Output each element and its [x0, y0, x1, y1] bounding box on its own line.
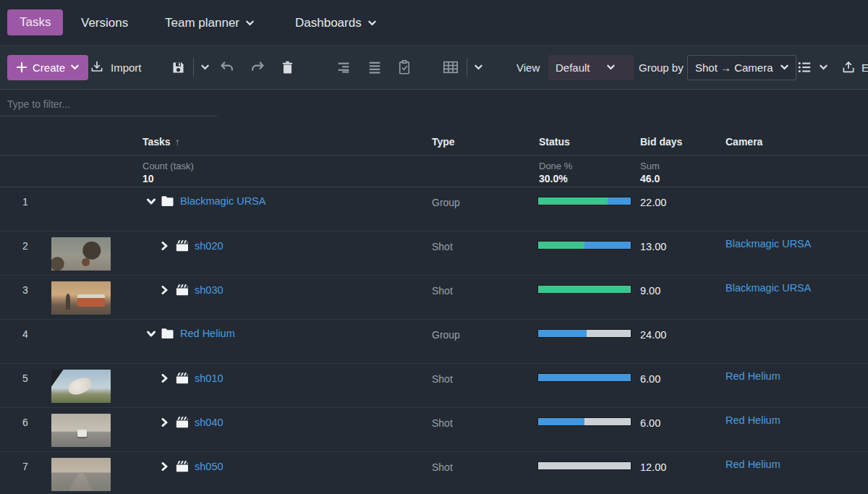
- grid-view-icon[interactable]: [442, 59, 459, 75]
- camera-link[interactable]: Blackmagic URSA: [726, 238, 811, 250]
- camera-link[interactable]: Blackmagic URSA: [726, 282, 811, 294]
- column-header-status[interactable]: Status: [539, 136, 570, 148]
- caret-right-icon[interactable]: [161, 374, 170, 383]
- task-cell: Blackmagic URSA: [142, 195, 265, 207]
- nav-item-versions[interactable]: Versions: [81, 16, 128, 30]
- chevron-down-icon: [246, 20, 254, 26]
- chevron-down-icon[interactable]: [820, 64, 827, 70]
- summary-done-value: 30.0%: [539, 173, 568, 184]
- nav-item-team-planner[interactable]: Team planner: [165, 16, 254, 30]
- table-body: 1 Blackmagic URSA Group 22.00 2 sh020 Sh…: [0, 187, 868, 494]
- bid-days-cell: 24.00: [640, 329, 666, 341]
- group-by-label: Group by: [639, 61, 684, 74]
- sort-ascending-icon: ↑: [175, 136, 180, 148]
- task-cell: sh040: [142, 416, 224, 428]
- column-header-tasks[interactable]: Tasks↑: [142, 136, 180, 148]
- task-cell: sh030: [142, 284, 224, 296]
- column-header-bid-days[interactable]: Bid days: [640, 136, 682, 148]
- divider: [0, 155, 868, 156]
- divider: [193, 58, 194, 77]
- save-icon[interactable]: [171, 60, 186, 75]
- column-header-camera[interactable]: Camera: [726, 136, 762, 148]
- collapse-rows-icon[interactable]: [336, 60, 352, 74]
- export-button[interactable]: Export: [841, 46, 868, 89]
- nav-item-dashboards[interactable]: Dashboards: [295, 16, 376, 30]
- bid-days-cell: 12.00: [640, 461, 666, 473]
- chevron-down-icon: [368, 20, 376, 26]
- chevron-down-icon: [780, 64, 788, 70]
- row-number: 2: [0, 240, 51, 252]
- caret-right-icon[interactable]: [161, 462, 170, 471]
- create-button[interactable]: Create: [7, 55, 88, 80]
- caret-right-icon[interactable]: [161, 242, 170, 250]
- import-icon: [90, 60, 104, 74]
- task-cell: sh050: [142, 460, 224, 472]
- camera-link[interactable]: Red Helium: [726, 414, 780, 426]
- bid-days-cell: 22.00: [640, 197, 666, 208]
- status-bar[interactable]: [538, 286, 631, 293]
- task-link[interactable]: sh030: [195, 284, 224, 296]
- list-options-icon[interactable]: [796, 60, 813, 74]
- create-button-label: Create: [33, 61, 65, 74]
- task-link[interactable]: sh040: [195, 417, 224, 428]
- plus-icon: [17, 62, 27, 72]
- camera-link[interactable]: Red Helium: [726, 370, 780, 382]
- status-bar[interactable]: [538, 330, 631, 337]
- task-link[interactable]: sh020: [195, 240, 224, 252]
- bid-days-cell: 6.00: [640, 417, 660, 429]
- status-bar-segments: [538, 418, 631, 425]
- export-icon: [841, 60, 856, 75]
- task-link[interactable]: Red Helium: [180, 328, 235, 339]
- shot-thumbnail[interactable]: [51, 281, 111, 315]
- status-bar[interactable]: [538, 374, 631, 381]
- status-bar[interactable]: [538, 197, 631, 205]
- task-cell: Red Helium: [142, 328, 235, 339]
- task-link[interactable]: sh010: [195, 372, 224, 384]
- undo-icon[interactable]: [219, 59, 235, 75]
- nav-item-label: Team planner: [165, 16, 239, 30]
- caret-right-icon[interactable]: [161, 418, 170, 427]
- column-header-type[interactable]: Type: [432, 136, 455, 148]
- summary-count-value: 10: [142, 173, 154, 184]
- caret-down-icon[interactable]: [147, 329, 156, 338]
- task-link[interactable]: sh050: [195, 461, 224, 472]
- group-by-select-value: Shot → Camera: [695, 61, 773, 74]
- row-number: 1: [0, 196, 51, 208]
- delete-trash-icon[interactable]: [281, 60, 294, 75]
- nav-item-label: Versions: [81, 16, 128, 30]
- table-row: 2 sh020 Shot 13.00 Blackmagic URSA: [0, 231, 868, 276]
- caret-right-icon[interactable]: [161, 286, 170, 294]
- caret-down-icon[interactable]: [147, 197, 156, 205]
- shot-thumbnail[interactable]: [51, 370, 111, 403]
- nav-item-tasks[interactable]: Tasks: [7, 9, 63, 35]
- row-number: 5: [0, 372, 51, 384]
- task-link[interactable]: Blackmagic URSA: [180, 195, 265, 207]
- filter-input[interactable]: [0, 93, 217, 116]
- view-mode-chevron-icon[interactable]: [475, 64, 482, 70]
- type-cell: Shot: [432, 285, 453, 297]
- type-cell: Shot: [432, 373, 453, 385]
- status-bar-segments: [538, 286, 631, 293]
- shot-thumbnail[interactable]: [51, 237, 111, 271]
- toolbar: Create Import: [0, 45, 868, 90]
- view-select[interactable]: Default: [548, 55, 634, 80]
- type-cell: Shot: [432, 241, 453, 252]
- redo-icon[interactable]: [250, 59, 265, 75]
- column-header-label: Tasks: [142, 136, 171, 148]
- expand-rows-icon[interactable]: [367, 60, 383, 74]
- row-number: 6: [0, 417, 51, 428]
- camera-link[interactable]: Red Helium: [726, 459, 780, 470]
- save-options-chevron-icon[interactable]: [201, 64, 209, 70]
- status-bar[interactable]: [538, 242, 631, 249]
- shot-slate-icon: [175, 372, 189, 384]
- status-bar[interactable]: [538, 418, 631, 425]
- group-by-select[interactable]: Shot → Camera: [687, 55, 796, 80]
- clipboard-check-icon[interactable]: [397, 59, 412, 75]
- shot-slate-icon: [175, 460, 189, 472]
- shot-thumbnail[interactable]: [51, 414, 111, 447]
- divider: [467, 58, 467, 77]
- type-cell: Shot: [432, 461, 453, 473]
- status-bar[interactable]: [538, 462, 631, 469]
- import-button[interactable]: Import: [90, 46, 142, 89]
- shot-thumbnail[interactable]: [51, 458, 111, 491]
